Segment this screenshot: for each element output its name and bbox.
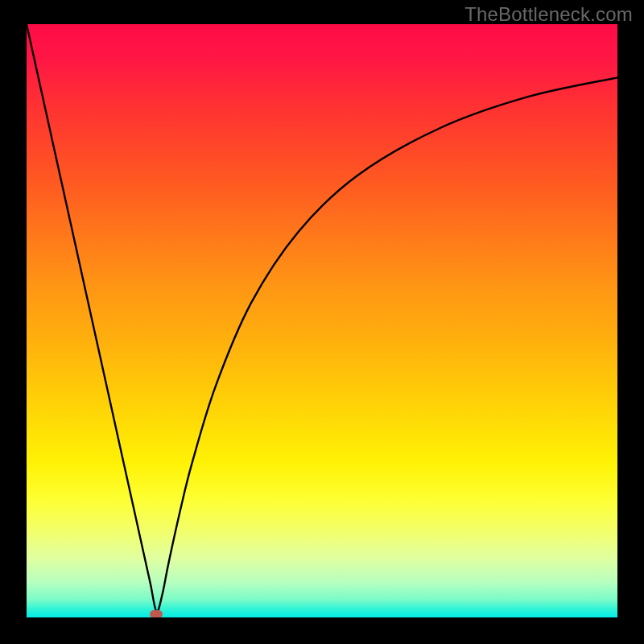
chart-frame: TheBottleneck.com — [0, 0, 644, 644]
bottleneck-curve — [27, 24, 617, 612]
minimum-marker — [150, 610, 163, 617]
plot-area — [27, 24, 617, 617]
curve-svg — [27, 24, 617, 617]
watermark-label: TheBottleneck.com — [464, 3, 633, 26]
